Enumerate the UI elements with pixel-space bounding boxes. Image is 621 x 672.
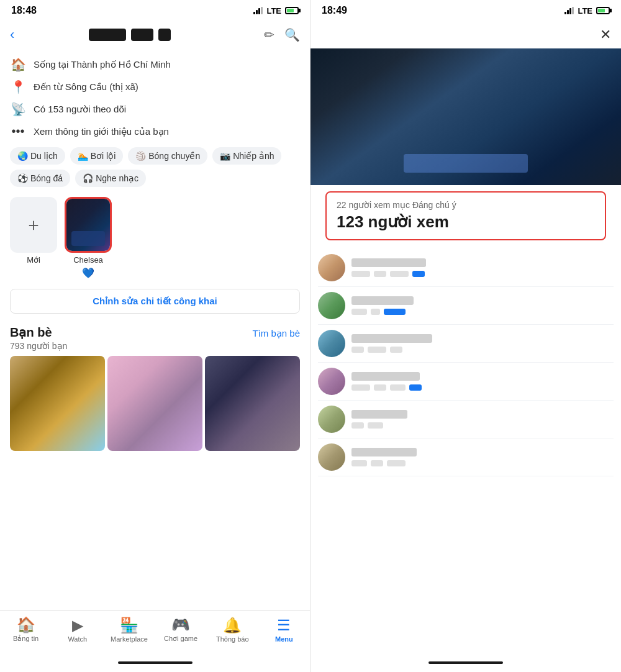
nav-item-marketplace[interactable]: 🏪 Marketplace xyxy=(103,617,155,643)
viewer-row-2 xyxy=(318,287,614,325)
dots-icon: ••• xyxy=(10,124,26,138)
left-status-bar: 18:48 LTE xyxy=(0,0,310,21)
viewer-avatar-4[interactable] xyxy=(318,368,345,395)
nav-title xyxy=(0,29,264,41)
profile-info: 🏠 Sống tại Thành phố Hồ Chí Minh 📍 Đến t… xyxy=(0,48,310,610)
nav-item-gaming[interactable]: 🎮 Chơi game xyxy=(155,616,207,643)
viewer-meta-2 xyxy=(351,309,614,315)
viewer-list xyxy=(310,244,621,653)
lte-label: LTE xyxy=(266,6,281,16)
nav-item-bangtín[interactable]: 🏠 Bảng tin xyxy=(0,616,52,643)
tag-dulich[interactable]: 🌏 Du lịch xyxy=(10,147,65,165)
tag-bongda-icon: ⚽ xyxy=(17,173,28,183)
meta-block xyxy=(374,271,386,277)
edit-icon[interactable]: ✏ xyxy=(264,27,274,42)
meta-block xyxy=(351,384,370,391)
lives-in-row: 🏠 Sống tại Thành phố Hồ Chí Minh xyxy=(10,53,300,76)
home-nav-label: Bảng tin xyxy=(13,635,39,643)
tag-nhiepAnh-icon: 📷 xyxy=(220,151,230,161)
signal-icon xyxy=(253,7,263,14)
viewer-stats-box: 22 người xem mục Đáng chú ý 123 người xe… xyxy=(325,191,606,240)
intro-text: Xem thông tin giới thiệu của bạn xyxy=(34,126,169,137)
gaming-nav-label: Chơi game xyxy=(164,635,197,643)
tag-bongda[interactable]: ⚽ Bóng đá xyxy=(10,170,70,187)
tag-bongchuyen[interactable]: 🏐 Bóng chuyền xyxy=(128,147,207,165)
viewer-info-2 xyxy=(351,296,614,315)
right-nav-bar: ✕ xyxy=(310,21,621,48)
story-image[interactable] xyxy=(310,48,621,185)
friend-photo-2[interactable] xyxy=(107,356,202,451)
followers-text: Có 153 người theo dõi xyxy=(34,104,126,115)
tag-bongchuyen-icon: 🏐 xyxy=(135,151,146,161)
tag-boiloi[interactable]: 🏊 Bơi lội xyxy=(70,147,124,165)
home-indicator-bar-left xyxy=(118,661,193,664)
plus-icon: ＋ xyxy=(25,213,42,237)
viewer-info-3 xyxy=(351,334,614,353)
from-row: 📍 Đến từ Sông Cầu (thị xã) xyxy=(10,76,300,98)
viewer-avatar-3[interactable] xyxy=(318,330,345,357)
tags-row: 🌏 Du lịch 🏊 Bơi lội 🏐 Bóng chuyền 📷 Nhiế… xyxy=(10,142,300,192)
lives-in-text: Sống tại Thành phố Hồ Chí Minh xyxy=(34,59,171,70)
viewer-info-5 xyxy=(351,410,614,429)
right-battery-icon xyxy=(596,7,610,14)
highlight-chelsea-thumb[interactable] xyxy=(65,197,112,253)
viewer-name-4 xyxy=(351,372,420,381)
tag-ngheNhac[interactable]: 🎧 Nghe nhạc xyxy=(75,170,146,187)
viewer-row-4 xyxy=(318,363,614,401)
highlight-chelsea[interactable]: Chelsea 💙 xyxy=(65,197,112,279)
highlight-new[interactable]: ＋ Mới xyxy=(10,197,57,279)
viewer-meta-3 xyxy=(351,347,614,353)
edit-public-details-button[interactable]: Chỉnh sửa chi tiết công khai xyxy=(10,289,300,314)
watch-nav-label: Watch xyxy=(68,635,87,643)
nav-title-block-large xyxy=(89,29,126,41)
nav-item-notifications[interactable]: 🔔 Thông báo xyxy=(207,617,258,643)
story-image-placeholder xyxy=(310,48,621,185)
meta-block xyxy=(368,422,383,429)
nav-title-block-medium xyxy=(131,29,153,41)
close-button[interactable]: ✕ xyxy=(600,27,611,43)
nav-item-watch[interactable]: ▶ Watch xyxy=(52,617,103,643)
meta-block xyxy=(351,309,367,315)
bottom-nav: 🏠 Bảng tin ▶ Watch 🏪 Marketplace 🎮 Chơi … xyxy=(0,610,310,653)
tag-nhiepAnh[interactable]: 📷 Nhiếp ảnh xyxy=(212,147,281,165)
friend-photo-3[interactable] xyxy=(205,356,300,451)
highlight-chelsea-emoji: 💙 xyxy=(82,267,94,279)
nav-item-menu[interactable]: ☰ Menu xyxy=(258,617,310,643)
tag-ngheNhac-label: Nghe nhạc xyxy=(96,173,138,183)
tag-nhiepAnh-label: Nhiếp ảnh xyxy=(233,151,274,161)
home-info-icon: 🏠 xyxy=(10,57,26,72)
marketplace-nav-label: Marketplace xyxy=(111,635,148,643)
from-text: Đến từ Sông Cầu (thị xã) xyxy=(34,81,138,93)
meta-block xyxy=(390,347,402,353)
viewer-avatar-2[interactable] xyxy=(318,292,345,319)
location-icon: 📍 xyxy=(10,79,26,94)
friend-photo-1[interactable] xyxy=(10,356,105,451)
menu-nav-label: Menu xyxy=(275,635,293,643)
highlight-chelsea-image xyxy=(66,199,110,251)
viewer-row-5 xyxy=(318,401,614,438)
right-status-bar: 18:49 LTE xyxy=(310,0,621,21)
action-block xyxy=(409,384,422,391)
meta-block xyxy=(351,460,367,466)
home-nav-icon: 🏠 xyxy=(17,616,35,633)
notifications-nav-label: Thông báo xyxy=(216,635,249,643)
search-icon[interactable]: 🔍 xyxy=(284,27,300,42)
viewer-info-1 xyxy=(351,258,614,277)
meta-block xyxy=(351,271,370,277)
viewer-avatar-1[interactable] xyxy=(318,254,345,281)
viewer-name-6 xyxy=(351,448,417,456)
nav-action-icons: ✏ 🔍 xyxy=(264,27,300,42)
intro-row[interactable]: ••• Xem thông tin giới thiệu của bạn xyxy=(10,120,300,142)
watch-nav-icon: ▶ xyxy=(72,617,83,634)
find-friends-link[interactable]: Tìm bạn bè xyxy=(252,328,300,339)
meta-block xyxy=(387,460,406,466)
viewer-row-3 xyxy=(318,325,614,363)
right-lte-label: LTE xyxy=(578,6,592,16)
highlight-new-btn[interactable]: ＋ xyxy=(10,197,57,253)
left-panel: 18:48 LTE ‹ ✏ 🔍 🏠 Sống tại Thành phố Hồ … xyxy=(0,0,310,672)
viewer-stats-large-text: 123 người xem xyxy=(337,212,595,232)
viewer-avatar-6[interactable] xyxy=(318,443,345,471)
meta-block xyxy=(371,460,383,466)
friends-title-group: Bạn bè 793 người bạn xyxy=(10,325,67,351)
viewer-avatar-5[interactable] xyxy=(318,406,345,433)
